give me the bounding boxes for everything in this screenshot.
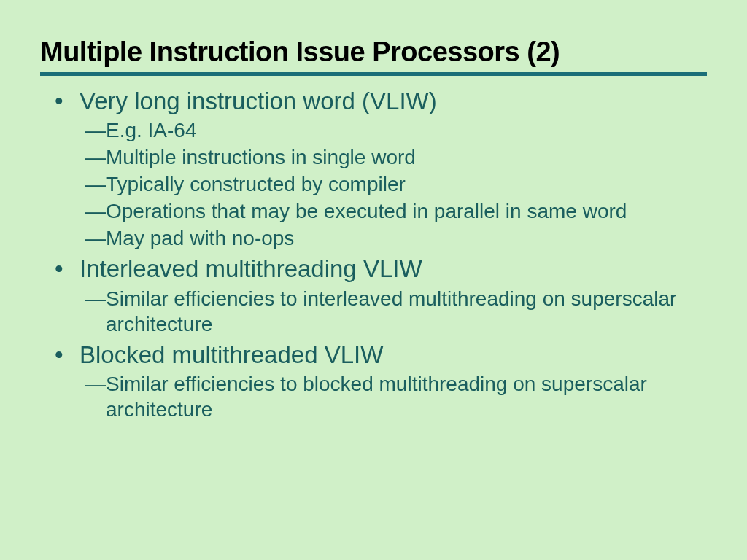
slide-content: • Very long instruction word (VLIW) — E.…	[40, 86, 707, 422]
slide-title: Multiple Instruction Issue Processors (2…	[40, 36, 707, 68]
list-item-text: Very long instruction word (VLIW)	[80, 86, 707, 116]
list-subitem: — May pad with no-ops	[85, 225, 707, 251]
list-subitem-text: Multiple instructions in single word	[106, 144, 707, 170]
list-subitem-text: May pad with no-ops	[106, 225, 707, 251]
list-subitem: — Typically constructed by compiler	[85, 171, 707, 197]
dash-icon: —	[85, 225, 106, 251]
dash-icon: —	[85, 117, 106, 143]
list-item: • Interleaved multithreading VLIW	[55, 254, 707, 284]
list-subitem-text: E.g. IA-64	[106, 117, 707, 143]
list-subitem: — E.g. IA-64	[85, 117, 707, 143]
list-subitem-text: Operations that may be executed in paral…	[106, 198, 707, 224]
list-item: • Very long instruction word (VLIW)	[55, 86, 707, 116]
list-subitem-text: Similar efficiencies to interleaved mult…	[106, 286, 707, 337]
dash-icon: —	[85, 198, 106, 224]
dash-icon: —	[85, 171, 106, 197]
slide: Multiple Instruction Issue Processors (2…	[0, 0, 747, 422]
list-subitem-text: Similar efficiencies to blocked multithr…	[106, 371, 707, 422]
dash-icon: —	[85, 144, 106, 170]
list-item-text: Blocked multithreaded VLIW	[80, 340, 707, 370]
bullet-icon: •	[55, 86, 80, 116]
list-item-text: Interleaved multithreading VLIW	[80, 254, 707, 284]
list-subitem: — Similar efficiencies to blocked multit…	[85, 371, 707, 422]
bullet-icon: •	[55, 254, 80, 284]
list-subitem: — Similar efficiencies to interleaved mu…	[85, 286, 707, 337]
dash-icon: —	[85, 371, 106, 397]
list-item: • Blocked multithreaded VLIW	[55, 340, 707, 370]
dash-icon: —	[85, 286, 106, 311]
title-rule	[40, 72, 707, 76]
list-subitem: — Multiple instructions in single word	[85, 144, 707, 170]
list-subitem: — Operations that may be executed in par…	[85, 198, 707, 224]
bullet-icon: •	[55, 340, 80, 370]
list-subitem-text: Typically constructed by compiler	[106, 171, 707, 197]
